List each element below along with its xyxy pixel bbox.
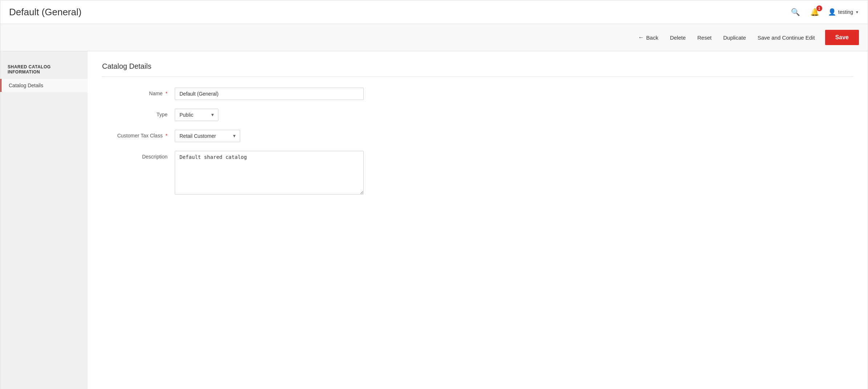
user-name: testing	[838, 9, 853, 15]
type-select-wrapper: Public Custom ▼	[175, 109, 218, 121]
page-header: Default (General) 🔍 🔔 1 👤 testing ▼	[0, 0, 868, 24]
main-content: Catalog Details Name * Type Public Custo…	[88, 51, 868, 389]
back-button[interactable]: ← Back	[637, 31, 660, 44]
reset-label: Reset	[697, 35, 711, 41]
customer-tax-class-field-group: Customer Tax Class * Retail Customer Who…	[102, 130, 393, 142]
toolbar: ← Back Delete Reset Duplicate Save and C…	[0, 24, 868, 51]
name-required-star: *	[166, 91, 167, 96]
page-wrapper: Default (General) 🔍 🔔 1 👤 testing ▼ ← Ba…	[0, 0, 868, 389]
user-menu-button[interactable]: 👤 testing ▼	[828, 8, 859, 16]
save-button[interactable]: Save	[825, 30, 859, 45]
user-icon: 👤	[828, 8, 836, 16]
customer-tax-class-select-wrapper: Retail Customer Wholesale Customer ▼	[175, 130, 240, 142]
description-field-group: Description Default shared catalog	[102, 151, 393, 194]
description-label: Description	[102, 151, 175, 160]
catalog-details-title: Catalog Details	[102, 62, 853, 77]
sidebar-item-catalog-details[interactable]: Catalog Details	[0, 79, 88, 92]
back-arrow-icon: ←	[638, 34, 644, 41]
customer-tax-class-select[interactable]: Retail Customer Wholesale Customer	[175, 130, 240, 142]
name-field-group: Name *	[102, 88, 393, 100]
description-textarea[interactable]: Default shared catalog	[175, 151, 364, 194]
delete-label: Delete	[670, 35, 686, 41]
notification-button[interactable]: 🔔 1	[809, 6, 821, 18]
delete-button[interactable]: Delete	[669, 32, 687, 44]
save-label: Save	[835, 34, 849, 40]
sidebar: SHARED CATALOG INFORMATION Catalog Detai…	[0, 51, 88, 389]
back-label: Back	[646, 35, 658, 41]
customer-tax-class-required-star: *	[166, 133, 167, 139]
duplicate-button[interactable]: Duplicate	[722, 32, 747, 44]
sidebar-section-title: SHARED CATALOG INFORMATION	[0, 59, 88, 79]
customer-tax-class-label: Customer Tax Class *	[102, 130, 175, 139]
notification-badge: 1	[816, 5, 822, 11]
type-label: Type	[102, 109, 175, 117]
page-title: Default (General)	[9, 7, 81, 18]
name-input[interactable]	[175, 88, 364, 100]
name-label: Name *	[102, 88, 175, 96]
save-continue-label: Save and Continue Edit	[758, 35, 815, 41]
chevron-down-icon: ▼	[855, 10, 859, 14]
search-button[interactable]: 🔍	[790, 6, 802, 18]
save-continue-button[interactable]: Save and Continue Edit	[756, 32, 816, 44]
type-select[interactable]: Public Custom	[175, 109, 218, 121]
type-field-group: Type Public Custom ▼	[102, 109, 393, 121]
content-area: SHARED CATALOG INFORMATION Catalog Detai…	[0, 51, 868, 389]
sidebar-item-label: Catalog Details	[9, 83, 43, 88]
header-right: 🔍 🔔 1 👤 testing ▼	[790, 6, 859, 18]
reset-button[interactable]: Reset	[696, 32, 713, 44]
search-icon: 🔍	[791, 8, 800, 16]
duplicate-label: Duplicate	[723, 35, 746, 41]
